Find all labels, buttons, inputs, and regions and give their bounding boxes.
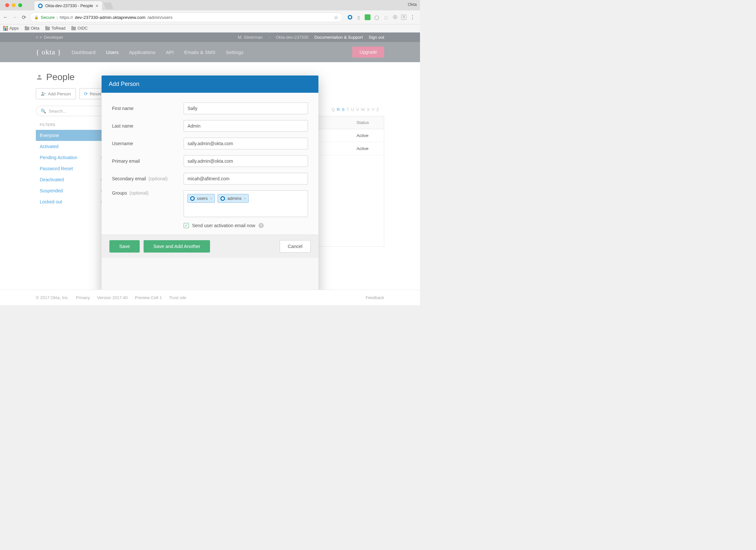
nav-applications[interactable]: Applications — [129, 49, 156, 55]
filter-activated[interactable]: Activated2 — [36, 141, 107, 152]
person-icon — [36, 74, 43, 81]
filter-everyone[interactable]: Everyone2 — [36, 130, 107, 141]
okta-logo[interactable]: { okta } — [36, 48, 61, 56]
extension-icon[interactable] — [365, 14, 371, 20]
window-close-button[interactable] — [5, 3, 9, 7]
extension-icon[interactable]: ▯ — [356, 14, 361, 20]
bookmark-folder[interactable]: ToRead — [45, 26, 65, 31]
code-icon: < > — [36, 35, 42, 40]
forward-button[interactable]: → — [12, 14, 18, 20]
reload-button[interactable]: ⟳ — [21, 14, 27, 21]
page-footer: © 2017 Okta, Inc. Privacy Version 2017.4… — [0, 289, 420, 305]
chip-remove-icon[interactable]: × — [210, 197, 212, 201]
back-button[interactable]: ← — [3, 14, 8, 20]
filter-locked-out[interactable]: Locked out0 — [36, 196, 107, 207]
first-name-label: First name — [112, 106, 184, 111]
signout-link[interactable]: Sign out — [369, 35, 384, 40]
alpha-letter[interactable]: Y — [371, 107, 376, 112]
secure-label: Secure — [41, 15, 55, 20]
extension-icon[interactable]: ◌ — [383, 14, 389, 20]
alpha-letter[interactable]: U — [351, 107, 356, 112]
help-icon[interactable]: ? — [259, 223, 264, 228]
first-name-input[interactable] — [184, 103, 308, 114]
nav-settings[interactable]: Settings — [226, 49, 244, 55]
username-input[interactable] — [184, 138, 308, 149]
developer-link[interactable]: < > Developer — [36, 35, 63, 40]
save-add-another-button[interactable]: Save and Add Another — [144, 240, 210, 253]
alpha-letter[interactable]: T — [346, 107, 351, 112]
feedback-link[interactable]: Feedback — [366, 295, 384, 300]
col-status: Status — [351, 116, 384, 129]
window-minimize-button[interactable] — [12, 3, 16, 7]
filters-heading: FILTERS — [36, 123, 107, 130]
filter-password-reset[interactable]: Password Reset– — [36, 163, 107, 174]
new-tab-button[interactable] — [103, 3, 113, 9]
groups-label: Groups (optional) — [112, 191, 184, 196]
filter-deactivated[interactable]: Deactivated0 — [36, 174, 107, 185]
svg-point-0 — [38, 75, 40, 77]
browser-tab[interactable]: Okta-dev-237330 - People × — [34, 1, 103, 10]
privacy-link[interactable]: Privacy — [76, 295, 90, 300]
extension-icon[interactable]: ◯ — [374, 14, 380, 20]
upgrade-button[interactable]: Upgrade — [352, 47, 384, 58]
alpha-letter[interactable]: V — [356, 107, 361, 112]
activation-checkbox-row: ✓ Send user activation email now ? — [184, 223, 308, 228]
group-chip-users[interactable]: users × — [187, 194, 215, 203]
filter-pending[interactable]: Pending Activation0 — [36, 152, 107, 163]
group-chip-admins[interactable]: admins × — [217, 194, 249, 203]
folder-icon — [25, 27, 29, 30]
apps-button[interactable]: Apps — [3, 26, 19, 31]
bookmark-folder[interactable]: OIDC — [71, 26, 88, 31]
window-maximize-button[interactable] — [18, 3, 22, 7]
status-cell: Active — [351, 129, 384, 142]
modal-title: Add Person — [102, 76, 318, 93]
copyright: © 2017 Okta, Inc. — [36, 295, 69, 300]
chip-remove-icon[interactable]: × — [244, 197, 246, 201]
trust-link[interactable]: Trust site — [169, 295, 186, 300]
add-person-icon — [41, 91, 46, 96]
cancel-button[interactable]: Cancel — [280, 240, 311, 253]
status-cell: Active — [351, 142, 384, 155]
okta-extension-icon[interactable] — [348, 15, 352, 20]
alpha-letter[interactable]: R — [337, 107, 342, 112]
topbar-org[interactable]: Okta-dev-237330 — [276, 35, 308, 40]
nav-emails-sms[interactable]: Emails & SMS — [184, 49, 216, 55]
filter-suspended[interactable]: Suspended0 — [36, 185, 107, 196]
alpha-letter[interactable]: Q — [331, 107, 337, 112]
extension-icon[interactable]: S — [401, 15, 406, 20]
svg-point-1 — [42, 92, 43, 94]
docs-link[interactable]: Documentation & Support — [314, 35, 363, 40]
save-button[interactable]: Save — [109, 240, 140, 253]
nav-users[interactable]: Users — [106, 49, 119, 55]
alpha-letter[interactable]: S — [342, 107, 347, 112]
version-label: Version 2017.40 — [97, 295, 128, 300]
alpha-letter[interactable]: Z — [376, 107, 381, 112]
add-person-button[interactable]: Add Person — [36, 88, 76, 99]
cell-label: Preview Cell 1 — [135, 295, 162, 300]
search-input[interactable]: 🔍 Search... — [36, 106, 107, 116]
okta-primary-nav: { okta } Dashboard Users Applications AP… — [0, 42, 420, 62]
bookmark-star-icon[interactable]: ☆ — [334, 14, 338, 21]
nav-dashboard[interactable]: Dashboard — [72, 49, 95, 55]
lock-icon: 🔒 — [34, 15, 39, 20]
primary-email-input[interactable] — [184, 155, 308, 167]
activation-checkbox[interactable]: ✓ — [184, 223, 189, 228]
groups-input[interactable]: users × admins × — [184, 191, 308, 217]
last-name-input[interactable] — [184, 120, 308, 132]
chrome-menu-icon[interactable]: ⋮ — [410, 14, 415, 21]
topbar-user[interactable]: M. Silverman — [238, 35, 263, 40]
url-input[interactable]: 🔒 Secure | https://dev-237330-admin.okta… — [30, 12, 343, 22]
tab-close-icon[interactable]: × — [96, 3, 98, 8]
bookmark-folder[interactable]: Okta — [25, 26, 39, 31]
extension-icon[interactable]: ⓪ — [392, 14, 398, 20]
folder-icon — [45, 27, 50, 30]
extension-icons: ▯ ◯ ◌ ⓪ S ⋮ — [346, 14, 417, 21]
secondary-email-input[interactable] — [184, 173, 308, 185]
nav-api[interactable]: API — [166, 49, 174, 55]
alpha-letter[interactable]: X — [367, 107, 372, 112]
refresh-icon: ⟳ — [84, 91, 88, 96]
alpha-letter[interactable]: W — [361, 107, 367, 112]
folder-icon — [71, 27, 76, 30]
url-protocol: https:// — [60, 15, 73, 20]
browser-chrome: Okta-dev-237330 - People × Okta ← → ⟳ 🔒 … — [0, 0, 420, 33]
